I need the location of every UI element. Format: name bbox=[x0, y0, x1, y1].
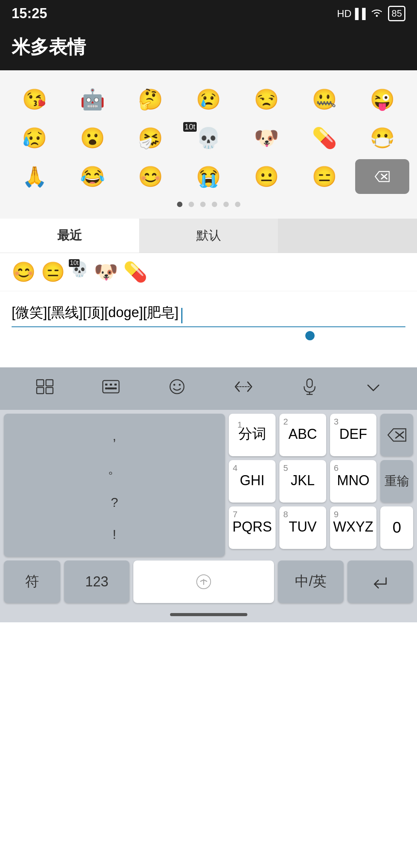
svg-rect-5 bbox=[37, 387, 44, 394]
comma-key[interactable]: , bbox=[112, 428, 116, 443]
recent-emojis: 😊 😑 💀10t 🐶 💊 bbox=[0, 253, 417, 291]
question-key[interactable]: ? bbox=[111, 495, 118, 510]
grid-toolbar-btn[interactable] bbox=[30, 376, 60, 401]
emoji-item[interactable]: 😮 bbox=[66, 121, 120, 155]
key-3-def[interactable]: 3 DEF bbox=[330, 414, 377, 456]
emoji-item[interactable]: 😭 bbox=[182, 159, 236, 194]
key-enter[interactable] bbox=[347, 561, 413, 603]
svg-point-15 bbox=[173, 384, 175, 386]
emoji-item[interactable]: 😘 bbox=[8, 82, 62, 117]
svg-rect-18 bbox=[307, 379, 312, 387]
emoji-item[interactable]: 😒 bbox=[239, 82, 293, 117]
app-title: 米多表情 bbox=[12, 37, 86, 57]
key-8-tuv[interactable]: 8 TUV bbox=[279, 506, 326, 549]
svg-rect-4 bbox=[46, 380, 53, 386]
key-1-fenci[interactable]: 1 分词 bbox=[229, 414, 276, 456]
keyboard-rows: , 。 ? ! 1 分词 2 ABC 3 bbox=[0, 410, 417, 557]
key-row-1: , 。 ? ! 1 分词 2 ABC 3 bbox=[4, 414, 413, 557]
key-5-jkl[interactable]: 5 JKL bbox=[279, 460, 326, 503]
svg-rect-3 bbox=[37, 380, 44, 386]
emoji-item[interactable]: 🙏 bbox=[8, 159, 62, 194]
svg-rect-6 bbox=[46, 387, 53, 394]
emoji-item[interactable]: 🤐 bbox=[297, 82, 351, 117]
key-7-pqrs[interactable]: 7 PQRS bbox=[229, 506, 276, 549]
tab-default[interactable]: 默认 bbox=[139, 219, 278, 253]
pagination-dots bbox=[8, 202, 409, 207]
key-6-mno[interactable]: 6 MNO bbox=[330, 460, 377, 503]
dot-2[interactable] bbox=[189, 202, 194, 207]
keyboard-toolbar-btn[interactable] bbox=[96, 376, 126, 401]
delete-emoji-button[interactable] bbox=[355, 159, 409, 194]
battery-icon: 85 bbox=[388, 6, 405, 21]
tab-empty bbox=[278, 219, 417, 253]
dot-5[interactable] bbox=[223, 202, 229, 207]
svg-rect-13 bbox=[114, 387, 117, 389]
recent-emoji-3[interactable]: 💀10t bbox=[70, 261, 89, 283]
svg-rect-10 bbox=[114, 384, 117, 386]
text-content: [微笑][黑线][顶][doge][肥皂] bbox=[12, 304, 179, 320]
key-space[interactable] bbox=[133, 561, 274, 603]
bottom-row: 符 123 中/英 bbox=[0, 561, 417, 607]
emoji-item[interactable]: 💊 bbox=[297, 121, 351, 155]
emoji-item[interactable]: 💀 10t bbox=[182, 121, 236, 155]
dot-3[interactable] bbox=[200, 202, 206, 207]
key-123[interactable]: 123 bbox=[64, 561, 130, 603]
keyboard-area: , 。 ? ! 1 分词 2 ABC 3 bbox=[0, 367, 417, 622]
emoji-item[interactable]: 😢 bbox=[182, 82, 236, 117]
app-header: 米多表情 bbox=[0, 27, 417, 70]
cursor-handle[interactable] bbox=[305, 331, 315, 340]
dot-4[interactable] bbox=[212, 202, 217, 207]
tab-recent[interactable]: 最近 bbox=[0, 219, 139, 253]
recent-emoji-4[interactable]: 🐶 bbox=[94, 261, 118, 283]
status-time: 15:25 bbox=[12, 5, 47, 22]
emoji-item[interactable]: 😜 bbox=[355, 82, 409, 117]
key-9-wxyz[interactable]: 9 WXYZ bbox=[330, 506, 377, 549]
period-key[interactable]: 。 bbox=[108, 460, 121, 478]
svg-point-16 bbox=[179, 384, 180, 386]
svg-rect-8 bbox=[105, 384, 107, 386]
key-0[interactable]: 0 bbox=[380, 506, 413, 549]
wifi-icon bbox=[370, 7, 383, 20]
collapse-toolbar-btn[interactable] bbox=[359, 376, 387, 401]
key-2-abc[interactable]: 2 ABC bbox=[279, 414, 326, 456]
emoji-item[interactable]: 🤖 bbox=[66, 82, 120, 117]
key-4-ghi[interactable]: 4 GHI bbox=[229, 460, 276, 503]
cursor-toolbar-btn[interactable] bbox=[228, 376, 259, 401]
svg-point-14 bbox=[170, 380, 184, 394]
home-indicator bbox=[0, 607, 417, 622]
recent-emoji-2[interactable]: 😑 bbox=[41, 261, 65, 283]
emoji-item[interactable]: 😐 bbox=[239, 159, 293, 194]
emoji-item[interactable]: 😂 bbox=[66, 159, 120, 194]
recent-emoji-5[interactable]: 💊 bbox=[123, 261, 147, 283]
key-left-col[interactable]: , 。 ? ! bbox=[4, 414, 225, 557]
svg-rect-11 bbox=[105, 387, 107, 389]
status-icons: HD▐▐ 85 bbox=[337, 6, 405, 21]
key-sym[interactable]: 符 bbox=[4, 561, 60, 603]
emoji-item[interactable]: 🤔 bbox=[124, 82, 178, 117]
emoji-item[interactable]: 🤧 bbox=[124, 121, 178, 155]
key-backspace[interactable] bbox=[380, 414, 413, 456]
key-lang[interactable]: 中/英 bbox=[278, 561, 344, 603]
emoji-item[interactable]: 😑 bbox=[297, 159, 351, 194]
status-bar: 15:25 HD▐▐ 85 bbox=[0, 0, 417, 27]
emoji-toolbar-btn[interactable] bbox=[162, 375, 192, 402]
emoji-item[interactable]: 😥 bbox=[8, 121, 62, 155]
dot-1[interactable] bbox=[177, 202, 182, 207]
mic-toolbar-btn[interactable] bbox=[296, 375, 323, 402]
text-cursor bbox=[181, 308, 182, 323]
key-reset[interactable]: 重输 bbox=[380, 460, 413, 503]
emoji-item[interactable]: 🐶 bbox=[239, 121, 293, 155]
emoji-panel: 😘 🤖 🤔 😢 😒 🤐 😜 😥 😮 🤧 💀 10t 🐶 💊 😷 🙏 😂 😊 😭 … bbox=[0, 70, 417, 219]
emoji-item[interactable]: 😷 bbox=[355, 121, 409, 155]
signal-icon: HD▐▐ bbox=[337, 8, 366, 20]
emoji-grid: 😘 🤖 🤔 😢 😒 🤐 😜 😥 😮 🤧 💀 10t 🐶 💊 😷 🙏 😂 😊 😭 … bbox=[8, 82, 409, 194]
svg-rect-9 bbox=[110, 384, 112, 386]
home-bar bbox=[170, 613, 247, 616]
emoji-item[interactable]: 😊 bbox=[124, 159, 178, 194]
recent-emoji-1[interactable]: 😊 bbox=[12, 261, 36, 283]
exclaim-key[interactable]: ! bbox=[112, 527, 116, 542]
svg-rect-7 bbox=[103, 380, 119, 393]
dot-6[interactable] bbox=[235, 202, 240, 207]
keyboard-toolbar bbox=[0, 367, 417, 410]
text-input-area: [微笑][黑线][顶][doge][肥皂] bbox=[0, 291, 417, 344]
